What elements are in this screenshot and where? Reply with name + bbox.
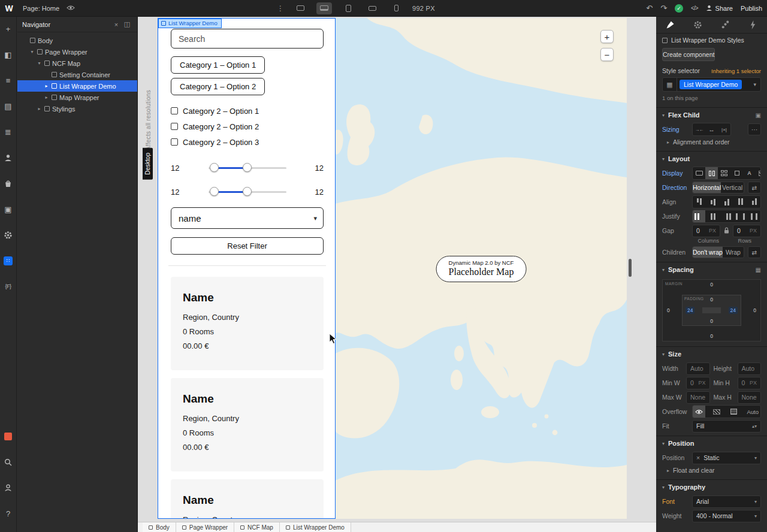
gap-lock-icon[interactable]: [724, 227, 729, 235]
slider-handle-right[interactable]: [243, 187, 252, 196]
min-height-input[interactable]: 0PX: [738, 377, 762, 389]
map-wrapper-element[interactable]: + − Dynamic Map 2.0 by NCF Placeholder M…: [336, 18, 627, 519]
whats-new-icon[interactable]: [1, 429, 16, 443]
selector-grid-icon[interactable]: ▦: [663, 78, 677, 91]
direction-vertical-button[interactable]: Vertical: [721, 182, 744, 193]
breakpoint-phone[interactable]: [388, 2, 404, 14]
justify-space-between-icon[interactable]: [734, 210, 747, 222]
breakpoint-desktop-large[interactable]: [292, 2, 308, 14]
tree-item-page-wrapper[interactable]: ▾Page Wrapper: [17, 46, 137, 58]
margin-top-value[interactable]: 0: [710, 282, 713, 288]
height-input[interactable]: Auto: [738, 362, 762, 375]
chevron-down-icon[interactable]: ▾: [749, 81, 760, 87]
width-input[interactable]: Auto: [686, 362, 710, 375]
tree-item-stylings[interactable]: ▸Stylings: [17, 103, 137, 114]
display-inline-block-icon[interactable]: [730, 167, 743, 179]
justify-start-icon[interactable]: [693, 210, 705, 222]
slider-handle-right[interactable]: [243, 163, 252, 172]
apps-icon[interactable]: ∷: [1, 253, 16, 268]
desktop-breakpoint-tab[interactable]: Desktop: [143, 148, 153, 180]
breakpoint-phone-landscape[interactable]: [364, 2, 380, 14]
category1-option1-button[interactable]: Category 1 – Option 1: [171, 56, 265, 74]
ecommerce-icon[interactable]: [1, 176, 16, 191]
tree-item-list-wrapper-demo[interactable]: ▸List Wrapper Demo: [17, 80, 137, 92]
search-icon[interactable]: [1, 455, 16, 469]
children-wrap-reverse-icon[interactable]: ⇄: [748, 246, 761, 258]
class-token[interactable]: List Wrapper Demo: [680, 80, 742, 89]
inheriting-selector-link[interactable]: Inheriting 1 selector: [711, 68, 761, 74]
flex-child-target-icon[interactable]: ▣: [756, 112, 761, 119]
spacing-menu-icon[interactable]: ▦: [756, 267, 761, 273]
align-center-icon[interactable]: [706, 196, 719, 208]
tab-settings-gear-icon[interactable]: [684, 17, 711, 33]
preview-eye-icon[interactable]: [67, 5, 75, 12]
children-dont-wrap-button[interactable]: Don't wrap: [693, 247, 723, 258]
reset-filter-button[interactable]: Reset Filter: [171, 237, 324, 255]
children-wrap-button[interactable]: Wrap: [723, 247, 744, 258]
help-icon[interactable]: ?: [1, 506, 16, 521]
sizing-shrink-icon[interactable]: →←: [693, 123, 705, 135]
justify-end-icon[interactable]: [720, 210, 733, 222]
font-select[interactable]: Arial▾: [692, 495, 761, 508]
margin-right-value[interactable]: 0: [753, 307, 756, 313]
display-inline-icon[interactable]: A: [743, 167, 756, 179]
tree-item-ncf-map[interactable]: ▾NCF Map: [17, 58, 137, 69]
publish-button[interactable]: Publish: [741, 5, 762, 12]
selected-element-tag[interactable]: List Wrapper Demo: [158, 19, 222, 28]
assets-icon[interactable]: ▣: [1, 202, 16, 216]
display-block-icon[interactable]: [693, 167, 705, 179]
display-grid-icon[interactable]: [718, 167, 730, 179]
list-wrapper-element[interactable]: Category 1 – Option 1 Category 1 – Optio…: [158, 18, 336, 519]
padding-bottom-value[interactable]: 0: [710, 318, 713, 324]
max-width-input[interactable]: None: [686, 391, 710, 404]
checkbox[interactable]: [171, 123, 178, 130]
users-icon[interactable]: [1, 150, 16, 165]
justify-center-icon[interactable]: [706, 210, 719, 222]
tree-item-body[interactable]: Body: [17, 35, 137, 46]
range-slider[interactable]: [209, 163, 286, 173]
checkbox[interactable]: [171, 138, 178, 146]
align-baseline-icon[interactable]: [748, 196, 760, 208]
design-canvas[interactable]: Affects all resolutions Desktop List Wra…: [138, 17, 656, 532]
sizing-label[interactable]: Sizing: [662, 126, 689, 133]
alignment-order-collapser[interactable]: ▸ Alignment and order: [656, 137, 767, 149]
sizing-more-icon[interactable]: ···: [748, 123, 761, 135]
padding-right-value[interactable]: 24: [729, 307, 738, 314]
overflow-scroll-icon[interactable]: [727, 406, 740, 418]
sizing-grow-icon[interactable]: ↔: [705, 123, 718, 135]
direction-label[interactable]: Direction: [662, 184, 689, 191]
padding-top-value[interactable]: 0: [710, 297, 713, 303]
tab-style-brush-icon[interactable]: [656, 17, 684, 33]
font-weight-select[interactable]: 400 - Normal▾: [692, 510, 761, 522]
section-size[interactable]: ▾ Size: [656, 346, 767, 361]
checkbox[interactable]: [171, 107, 178, 114]
margin-bottom-value[interactable]: 0: [710, 333, 713, 339]
section-layout[interactable]: ▾ Layout: [656, 151, 767, 166]
align-start-icon[interactable]: [693, 196, 705, 208]
gap-rows-input[interactable]: 0PX: [733, 225, 761, 237]
share-button[interactable]: Share: [706, 5, 733, 12]
range-slider[interactable]: [209, 187, 286, 197]
canvas-scrollbar[interactable]: [629, 259, 632, 277]
gap-columns-input[interactable]: 0PX: [692, 225, 720, 237]
overflow-hidden-icon[interactable]: [710, 406, 723, 418]
breadcrumb-item-body[interactable]: Body: [143, 522, 176, 532]
justify-space-around-icon[interactable]: [748, 210, 760, 222]
breadcrumb-item-page-wrapper[interactable]: Page Wrapper: [176, 522, 234, 532]
class-selector-input[interactable]: ▦ List Wrapper Demo ▾: [662, 77, 761, 92]
font-label[interactable]: Font: [662, 498, 689, 505]
sizing-fixed-icon[interactable]: |×|: [718, 123, 730, 135]
settings-gear-icon[interactable]: [1, 228, 16, 242]
more-options-icon[interactable]: ⋮: [277, 4, 284, 13]
checkbox-row[interactable]: Category 2 – Option 3: [171, 134, 324, 150]
display-none-icon[interactable]: [756, 167, 761, 179]
webflow-logo[interactable]: W: [0, 4, 18, 13]
map-zoom-out-button[interactable]: −: [600, 48, 614, 61]
padding-left-value[interactable]: 24: [686, 307, 694, 314]
min-width-input[interactable]: 0PX: [686, 377, 710, 389]
direction-reverse-icon[interactable]: ⇄: [748, 182, 761, 194]
fit-select[interactable]: Fill▴▾: [692, 420, 761, 433]
checkbox-row[interactable]: Category 2 – Option 1: [171, 103, 324, 119]
navigator-icon[interactable]: ≡: [1, 73, 16, 87]
category1-option2-button[interactable]: Category 1 – Option 2: [171, 78, 265, 95]
